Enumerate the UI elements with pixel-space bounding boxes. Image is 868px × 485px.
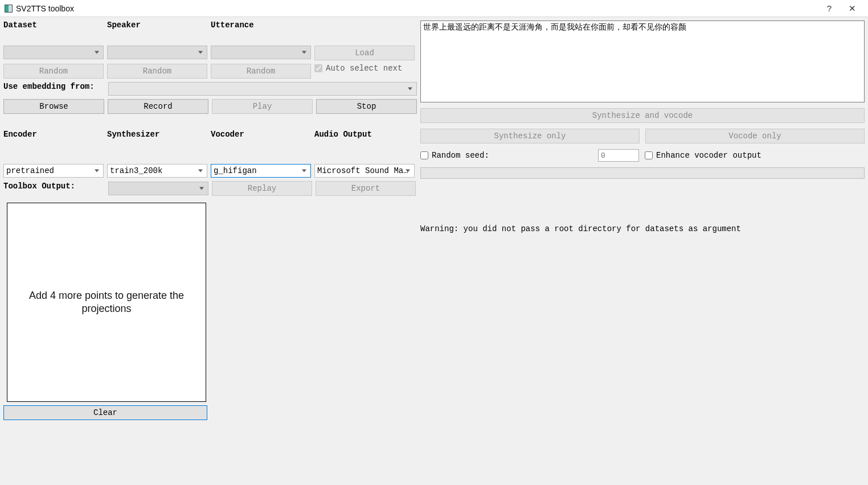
help-button[interactable]: ?	[818, 1, 841, 17]
browse-button[interactable]: Browse	[3, 99, 104, 114]
speaker-random-button[interactable]: Random	[107, 64, 207, 79]
auto-select-next-input[interactable]	[314, 64, 322, 72]
embedding-select[interactable]	[108, 82, 417, 96]
random-seed-checkbox[interactable]: Random seed:	[420, 151, 489, 160]
synthesizer-label: Synthesizer	[107, 130, 207, 140]
clear-button[interactable]: Clear	[3, 405, 207, 420]
text-input[interactable]	[420, 20, 865, 102]
auto-select-next-label: Auto select next	[326, 64, 402, 73]
synthesize-vocode-button[interactable]: Synthesize and vocode	[420, 108, 865, 123]
synthesize-only-button[interactable]: Synthesize only	[420, 129, 640, 143]
dataset-label: Dataset	[3, 20, 104, 31]
enhance-vocoder-input[interactable]	[645, 151, 653, 159]
vocode-only-button[interactable]: Vocode only	[645, 129, 865, 143]
enhance-vocoder-label: Enhance vocoder output	[656, 151, 761, 160]
export-button[interactable]: Export	[316, 181, 416, 196]
encoder-label: Encoder	[3, 130, 104, 140]
warning-text: Warning: you did not pass a root directo…	[420, 224, 865, 233]
record-button[interactable]: Record	[108, 99, 208, 114]
app-icon	[5, 5, 13, 13]
projection-plot-message: Add 4 more points to generate the projec…	[7, 289, 206, 316]
use-embedding-label: Use embedding from:	[3, 82, 105, 92]
utterance-select[interactable]	[211, 46, 311, 59]
toolbox-output-label: Toolbox Output:	[3, 182, 105, 192]
encoder-select[interactable]	[3, 164, 104, 178]
random-seed-input-checkbox[interactable]	[420, 151, 428, 159]
vocoder-select[interactable]	[211, 164, 311, 178]
audio-output-label: Audio Output	[314, 130, 415, 140]
dataset-select[interactable]	[3, 46, 104, 59]
close-button[interactable]: ✕	[841, 1, 863, 17]
speaker-select[interactable]	[107, 46, 207, 59]
auto-select-next-checkbox[interactable]: Auto select next	[314, 64, 415, 73]
random-seed-label: Random seed:	[432, 151, 489, 160]
load-button[interactable]: Load	[314, 46, 415, 60]
dataset-random-button[interactable]: Random	[3, 64, 104, 79]
stop-button[interactable]: Stop	[316, 99, 417, 114]
synthesizer-select[interactable]	[107, 164, 207, 178]
utterance-label: Utterance	[211, 20, 311, 31]
enhance-vocoder-checkbox[interactable]: Enhance vocoder output	[645, 151, 761, 160]
progress-bar	[420, 167, 865, 179]
audio-output-select[interactable]	[314, 164, 415, 178]
vocoder-label: Vocoder	[211, 130, 311, 140]
play-button[interactable]: Play	[212, 99, 313, 114]
speaker-label: Speaker	[107, 20, 207, 31]
toolbox-output-select[interactable]	[108, 182, 208, 195]
random-seed-input[interactable]	[598, 149, 639, 162]
replay-button[interactable]: Replay	[212, 181, 312, 196]
window-title: SV2TTS toolbox	[16, 4, 818, 13]
projection-plot: Add 4 more points to generate the projec…	[7, 203, 206, 402]
utterance-random-button[interactable]: Random	[211, 64, 311, 79]
